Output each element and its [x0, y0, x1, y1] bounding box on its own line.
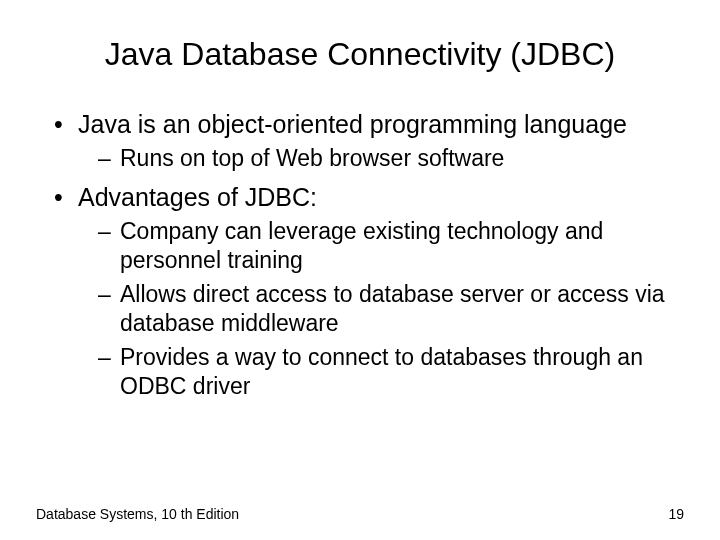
slide-footer: Database Systems, 10 th Edition 19 [36, 506, 684, 522]
bullet-list: Java is an object-oriented programming l… [36, 109, 684, 402]
footer-page-number: 19 [668, 506, 684, 522]
footer-source: Database Systems, 10 th Edition [36, 506, 239, 522]
sub-list-item: Company can leverage existing technology… [102, 217, 684, 276]
sub-list: Runs on top of Web browser software [78, 144, 684, 173]
list-item-text: Advantages of JDBC: [78, 183, 317, 211]
sub-list-item: Allows direct access to database server … [102, 280, 684, 339]
list-item: Java is an object-oriented programming l… [60, 109, 684, 174]
list-item-text: Java is an object-oriented programming l… [78, 110, 627, 138]
list-item: Advantages of JDBC: Company can leverage… [60, 182, 684, 402]
sub-list: Company can leverage existing technology… [78, 217, 684, 402]
sub-list-item: Runs on top of Web browser software [102, 144, 684, 173]
sub-list-item: Provides a way to connect to databases t… [102, 343, 684, 402]
slide-title: Java Database Connectivity (JDBC) [36, 36, 684, 73]
